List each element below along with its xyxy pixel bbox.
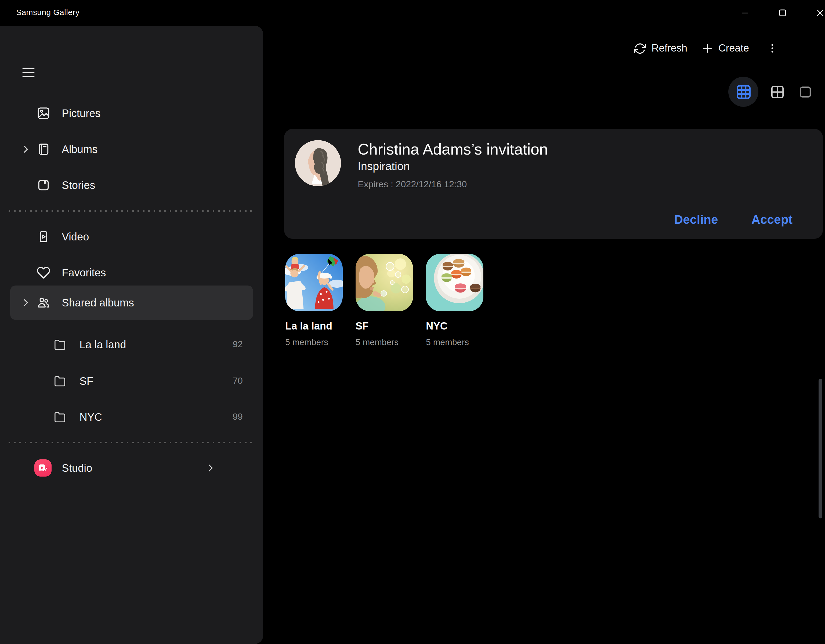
accept-button[interactable]: Accept <box>751 213 793 227</box>
sidebar-subitem-la-la-land[interactable]: La la land 92 <box>0 331 263 359</box>
sidebar-item-label: Video <box>62 231 89 243</box>
stories-icon <box>37 178 51 192</box>
vertical-scrollbar-thumb[interactable] <box>819 379 822 518</box>
close-button[interactable] <box>808 0 825 26</box>
sidebar-item-label: Favorites <box>62 267 106 279</box>
create-button[interactable]: Create <box>701 42 749 54</box>
invitation-expiry: Expires : 2022/12/16 12:30 <box>358 179 467 190</box>
sidebar-item-label: Shared albums <box>62 296 134 309</box>
refresh-icon <box>634 42 646 54</box>
plus-icon <box>701 42 713 54</box>
grid-view-toggle-active[interactable] <box>728 77 759 107</box>
close-icon <box>815 8 825 18</box>
refresh-button[interactable]: Refresh <box>634 42 687 54</box>
minimize-icon <box>740 8 750 18</box>
sidebar-divider <box>9 442 255 443</box>
album-cover-la-la-land <box>285 254 343 311</box>
sidebar-subitem-nyc[interactable]: NYC 99 <box>0 403 263 431</box>
sidebar-subitem-label: NYC <box>79 411 102 423</box>
album-name: NYC <box>426 320 484 332</box>
window-titlebar: Samsung Gallery <box>0 0 825 26</box>
hamburger-icon <box>22 65 36 79</box>
grid-2x2-icon <box>769 83 785 100</box>
sidebar-item-studio[interactable]: Studio <box>0 454 263 482</box>
maximize-button[interactable] <box>770 0 795 26</box>
sidebar-item-label: Studio <box>62 462 92 474</box>
chevron-right-icon <box>205 462 216 473</box>
album-members: 5 members <box>355 337 413 347</box>
single-view-toggle[interactable] <box>796 83 814 101</box>
album-name: La la land <box>285 320 343 332</box>
hamburger-menu-button[interactable] <box>22 65 36 79</box>
album-cover-nyc <box>426 254 484 311</box>
studio-app-icon <box>34 459 51 476</box>
sidebar-item-label: Albums <box>62 143 97 156</box>
sidebar: Pictures Albums Stories <box>0 26 263 644</box>
shared-album-tile-la-la-land[interactable]: La la land 5 members <box>285 254 343 347</box>
kebab-menu-icon <box>766 42 778 54</box>
shared-album-tile-sf[interactable]: SF 5 members <box>355 254 413 347</box>
chevron-right-icon <box>20 297 31 308</box>
pictures-icon <box>37 106 51 120</box>
window-title: Samsung Gallery <box>16 8 79 17</box>
invitation-title: Christina Adams’s invitation <box>358 140 548 158</box>
item-count-badge: 99 <box>233 411 243 422</box>
samsung-gallery-window: Samsung Gallery Pictures <box>0 0 825 644</box>
album-members: 5 members <box>285 337 343 347</box>
more-options-button[interactable] <box>766 42 778 54</box>
sidebar-item-shared-albums[interactable]: Shared albums <box>0 289 263 317</box>
chevron-right-icon <box>20 144 31 154</box>
sidebar-item-albums[interactable]: Albums <box>0 135 263 163</box>
invitation-actions: Decline Accept <box>674 213 801 227</box>
video-icon <box>37 230 51 243</box>
item-count-badge: 70 <box>233 376 243 387</box>
split-view-toggle[interactable] <box>768 83 786 101</box>
minimize-button[interactable] <box>732 0 757 26</box>
sidebar-item-label: Stories <box>62 179 95 191</box>
folder-icon <box>54 338 66 351</box>
square-icon <box>797 84 813 100</box>
item-count-badge: 92 <box>233 339 243 350</box>
view-toggle-group <box>728 77 814 107</box>
grid-3x3-icon <box>735 83 752 100</box>
sidebar-item-favorites[interactable]: Favorites <box>0 259 263 287</box>
sidebar-item-stories[interactable]: Stories <box>0 171 263 199</box>
album-members: 5 members <box>426 337 484 347</box>
sidebar-item-pictures[interactable]: Pictures <box>0 99 263 127</box>
sidebar-subitem-label: SF <box>79 375 93 387</box>
heart-icon <box>37 266 51 280</box>
avatar <box>295 140 341 186</box>
sidebar-subitem-label: La la land <box>79 338 126 351</box>
folder-icon <box>54 375 66 387</box>
sidebar-item-video[interactable]: Video <box>0 223 263 251</box>
album-name: SF <box>355 320 413 332</box>
sidebar-subitem-sf[interactable]: SF 70 <box>0 367 263 395</box>
refresh-label: Refresh <box>652 42 687 54</box>
people-icon <box>37 296 51 310</box>
folder-icon <box>54 411 66 423</box>
create-label: Create <box>718 42 749 54</box>
decline-button[interactable]: Decline <box>674 213 718 227</box>
albums-icon <box>37 142 51 156</box>
album-cover-sf <box>355 254 413 311</box>
sidebar-item-label: Pictures <box>62 107 101 119</box>
action-bar: Refresh Create <box>634 39 778 58</box>
shared-album-tile-nyc[interactable]: NYC 5 members <box>426 254 484 347</box>
maximize-icon <box>777 8 788 18</box>
invitation-album-name: Inspiration <box>358 160 410 173</box>
sidebar-divider <box>9 210 255 212</box>
